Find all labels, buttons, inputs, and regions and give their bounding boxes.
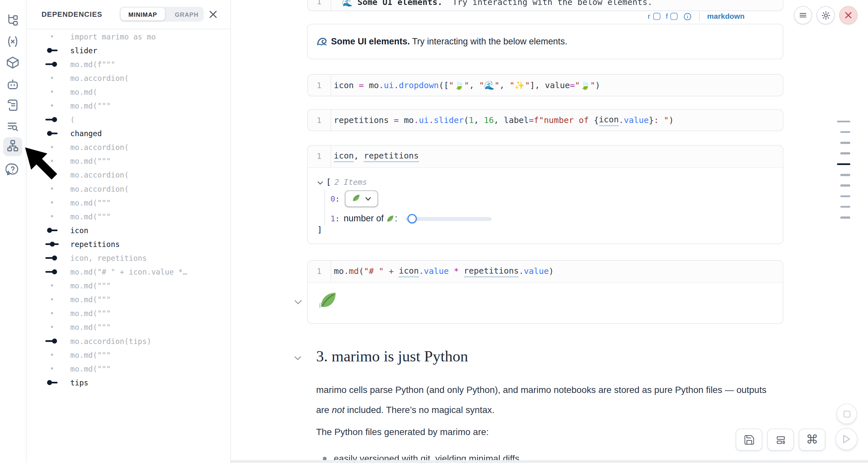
settings-button[interactable] bbox=[816, 6, 835, 25]
minimap-item-label: repetitions bbox=[70, 239, 120, 248]
minimap-item-label: slider bbox=[70, 46, 97, 55]
minimap-item[interactable]: mo.md(""" bbox=[27, 195, 230, 209]
cell-slider-editor[interactable]: 1 repetitions = mo.ui.slider(1, 16, labe… bbox=[307, 109, 783, 131]
tab-graph[interactable]: GRAPH bbox=[167, 8, 206, 21]
minimap-item[interactable]: ( bbox=[27, 113, 230, 126]
sidebar-item-scratchpad[interactable] bbox=[3, 97, 22, 116]
sidebar-item-packages[interactable] bbox=[3, 54, 22, 73]
minimap-item[interactable]: mo.md("# " + icon.value *… bbox=[27, 265, 230, 279]
layout-button[interactable] bbox=[767, 429, 794, 451]
minimap-item[interactable]: mo.md(""" bbox=[27, 347, 230, 361]
shortcuts-button[interactable]: ⌘ bbox=[799, 429, 826, 451]
minimap-item[interactable]: mo.accordion(tips) bbox=[27, 334, 230, 347]
minimap-cell-mark[interactable] bbox=[837, 120, 850, 122]
sidebar-item-dependencies[interactable] bbox=[3, 137, 22, 156]
minimap-item[interactable]: slider bbox=[27, 43, 230, 57]
close-icon bbox=[209, 10, 218, 19]
app-window: DEPENDENCIES MINIMAP GRAPH import marimo… bbox=[0, 0, 868, 463]
chevron-down-icon bbox=[366, 197, 371, 201]
minimap-cell-mark[interactable] bbox=[840, 142, 850, 144]
minimap-marker-both bbox=[45, 241, 59, 246]
minimap-marker-out bbox=[45, 227, 59, 233]
reactive-checkbox[interactable] bbox=[653, 13, 660, 20]
dependencies-panel: DEPENDENCIES MINIMAP GRAPH import marimo… bbox=[27, 0, 231, 463]
minimap-marker-dot bbox=[45, 311, 59, 316]
bottom-scrollbar[interactable] bbox=[230, 460, 868, 463]
leaf-emoji-output bbox=[318, 290, 339, 313]
minimap-marker-dot bbox=[45, 325, 59, 330]
code-line[interactable]: mo.md("# " + icon.value * repetitions.va… bbox=[334, 261, 554, 282]
format-checkbox[interactable] bbox=[671, 13, 678, 20]
minimap-item-label: mo.accordion( bbox=[70, 170, 129, 179]
minimap-item-label: mo.accordion( bbox=[70, 73, 129, 82]
minimap-cell-mark[interactable] bbox=[840, 174, 850, 176]
minimap-item[interactable]: mo.md(""" bbox=[27, 99, 230, 113]
minimap-cell-mark[interactable] bbox=[840, 195, 850, 197]
sidebar-item-help[interactable] bbox=[3, 161, 22, 180]
paragraph-2: The Python files generated by marimo are… bbox=[316, 422, 774, 442]
sidebar-item-logs[interactable] bbox=[3, 118, 22, 137]
minimap-item[interactable]: mo.md( bbox=[27, 85, 230, 99]
shutdown-button[interactable] bbox=[839, 6, 858, 25]
sidebar-item-file-tree[interactable] bbox=[3, 11, 22, 30]
sidebar-item-variables[interactable] bbox=[3, 33, 22, 52]
info-icon[interactable] bbox=[683, 12, 692, 21]
minimap-item-label: mo.md(""" bbox=[70, 101, 111, 110]
minimap-cell-mark[interactable] bbox=[840, 184, 850, 186]
cell-md-editor[interactable]: 1 mo.md("# " + icon.value * repetitions.… bbox=[308, 261, 783, 283]
minimap-item[interactable]: mo.md(""" bbox=[27, 306, 230, 320]
minimap-marker-in bbox=[45, 255, 59, 260]
code-line[interactable]: icon = mo.ui.dropdown(["🍃", "🌊", "✨"], v… bbox=[334, 75, 600, 96]
tree-row-1: 1: number of : bbox=[331, 209, 492, 228]
minimap-cell-mark[interactable] bbox=[840, 153, 850, 155]
reactive-checkbox-label: r bbox=[648, 12, 650, 21]
run-button[interactable] bbox=[835, 428, 858, 450]
minimap-item[interactable]: mo.md(""" bbox=[27, 361, 230, 375]
minimap-item[interactable]: tips bbox=[27, 375, 230, 389]
minimap-item[interactable]: icon bbox=[27, 223, 230, 237]
minimap-item-label: ( bbox=[70, 115, 75, 124]
stop-button[interactable] bbox=[836, 403, 857, 424]
minimap-cell-mark-active[interactable] bbox=[837, 163, 850, 165]
minimap-item[interactable]: icon, repetitions bbox=[27, 251, 230, 265]
language-button[interactable]: markdown bbox=[707, 12, 745, 21]
sidebar-item-assistant[interactable] bbox=[3, 76, 22, 95]
code-line[interactable]: icon, repetitions bbox=[334, 146, 418, 167]
collapse-cell-chevron[interactable] bbox=[294, 297, 302, 307]
dropdown-select[interactable] bbox=[345, 190, 378, 207]
close-icon bbox=[844, 11, 852, 20]
minimap-item[interactable]: mo.md(""" bbox=[27, 209, 230, 223]
collapse-section-chevron[interactable] bbox=[294, 353, 302, 363]
slider[interactable] bbox=[405, 217, 492, 221]
cell-tuple-editor[interactable]: 1 icon, repetitions bbox=[308, 146, 783, 168]
minimap-cell-mark[interactable] bbox=[840, 206, 850, 208]
minimap-cell-mark[interactable] bbox=[840, 131, 850, 133]
minimap-marker-out bbox=[45, 380, 59, 385]
minimap-item[interactable]: repetitions bbox=[27, 237, 230, 251]
minimap-item[interactable]: mo.md(""" bbox=[27, 292, 230, 306]
line-number: 1 bbox=[308, 0, 331, 6]
minimap-item[interactable]: changed bbox=[27, 126, 230, 140]
minimap-marker-out bbox=[45, 48, 59, 53]
minimap-item[interactable]: mo.md(f""" bbox=[27, 57, 230, 71]
save-button[interactable] bbox=[736, 429, 763, 451]
minimap-cell-mark[interactable] bbox=[840, 217, 850, 219]
minimap-item-label: mo.md(""" bbox=[70, 295, 111, 304]
minimap-marker-dot bbox=[45, 103, 59, 108]
minimap-item-label: mo.accordion(tips) bbox=[70, 336, 151, 345]
tab-minimap[interactable]: MINIMAP bbox=[121, 8, 165, 21]
minimap-item[interactable]: mo.md(""" bbox=[27, 320, 230, 334]
menu-button[interactable] bbox=[794, 6, 812, 25]
minimap-item-label: mo.accordion( bbox=[70, 143, 129, 152]
minimap-item-label: mo.md(""" bbox=[70, 350, 111, 359]
code-line[interactable]: repetitions = mo.ui.slider(1, 16, label=… bbox=[334, 110, 674, 130]
cell-intro-editor[interactable]: 1 🌊 Some UI elements. Try interacting wi… bbox=[307, 0, 783, 11]
close-panel-button[interactable] bbox=[209, 10, 218, 19]
minimap-item[interactable]: mo.md(""" bbox=[27, 279, 230, 292]
minimap-item[interactable]: mo.accordion( bbox=[27, 71, 230, 85]
slider-thumb[interactable] bbox=[408, 214, 417, 224]
save-icon bbox=[743, 434, 754, 445]
minimap-item[interactable]: import marimo as mo bbox=[27, 29, 230, 43]
collapse-tree-chevron[interactable] bbox=[317, 178, 323, 187]
cell-dropdown-editor[interactable]: 1 icon = mo.ui.dropdown(["🍃", "🌊", "✨"],… bbox=[307, 74, 783, 96]
